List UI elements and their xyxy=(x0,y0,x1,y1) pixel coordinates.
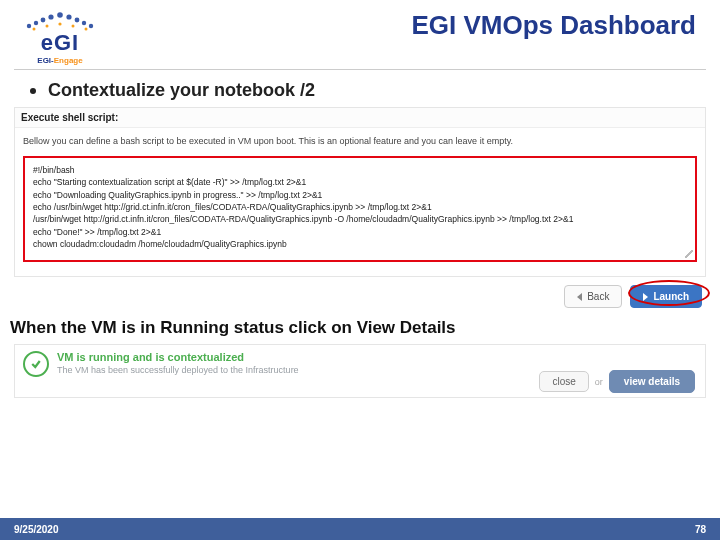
shell-script-content: #!/bin/bash echo "Starting contextualiza… xyxy=(33,164,687,250)
slide-header: eGI EGI-Engage EGI VMOps Dashboard xyxy=(0,0,720,67)
bullet-text: Contextualize your notebook /2 xyxy=(48,80,315,100)
svg-point-11 xyxy=(58,22,61,25)
svg-point-1 xyxy=(34,21,38,25)
chevron-left-icon xyxy=(577,293,582,301)
svg-point-6 xyxy=(75,18,80,23)
check-circle-icon xyxy=(23,351,49,377)
wizard-nav-row: Back Launch xyxy=(0,277,720,312)
logo-subtext: EGI-Engage xyxy=(37,56,82,65)
resize-grip-icon[interactable] xyxy=(685,250,693,258)
instruction-text: When the VM is in Running status click o… xyxy=(0,312,720,342)
page-title: EGI VMOps Dashboard xyxy=(108,6,702,41)
logo-text: eGI xyxy=(41,30,79,56)
view-details-button[interactable]: view details xyxy=(609,370,695,393)
svg-point-12 xyxy=(72,25,75,28)
svg-point-5 xyxy=(66,14,71,19)
launch-button[interactable]: Launch xyxy=(630,285,702,308)
svg-point-0 xyxy=(27,24,31,28)
status-action-row: close or view details xyxy=(539,370,695,393)
slide-footer: 9/25/2020 78 xyxy=(0,518,720,540)
svg-point-7 xyxy=(82,21,86,25)
svg-point-9 xyxy=(33,28,36,31)
bullet-dot-icon xyxy=(30,88,36,94)
launch-button-label: Launch xyxy=(653,291,689,302)
back-button-label: Back xyxy=(587,291,609,302)
close-button[interactable]: close xyxy=(539,371,588,392)
screenshot-shell-script: Execute shell script: Bellow you can def… xyxy=(14,107,706,277)
back-button[interactable]: Back xyxy=(564,285,622,308)
svg-point-13 xyxy=(85,28,88,31)
footer-date: 9/25/2020 xyxy=(14,524,59,535)
svg-point-4 xyxy=(57,12,63,18)
footer-page-number: 78 xyxy=(695,524,706,535)
screenshot-vm-status: VM is running and is contextualized The … xyxy=(14,344,706,398)
chevron-right-icon xyxy=(643,293,648,301)
vm-status-subtitle: The VM has been successfully deployed to… xyxy=(57,365,299,375)
logo-dots-icon xyxy=(23,6,97,32)
svg-point-10 xyxy=(46,25,49,28)
status-text-block: VM is running and is contextualized The … xyxy=(57,351,299,375)
shell-script-intro: Bellow you can define a bash script to b… xyxy=(15,128,705,152)
svg-point-2 xyxy=(41,18,46,23)
shell-script-textarea[interactable]: #!/bin/bash echo "Starting contextualiza… xyxy=(23,156,697,262)
egi-logo: eGI EGI-Engage xyxy=(12,6,108,65)
or-separator: or xyxy=(595,377,603,387)
vm-status-title: VM is running and is contextualized xyxy=(57,351,299,363)
shell-script-label: Execute shell script: xyxy=(15,108,705,128)
bullet-line: Contextualize your notebook /2 xyxy=(0,70,720,101)
svg-point-3 xyxy=(48,14,53,19)
svg-point-8 xyxy=(89,24,93,28)
